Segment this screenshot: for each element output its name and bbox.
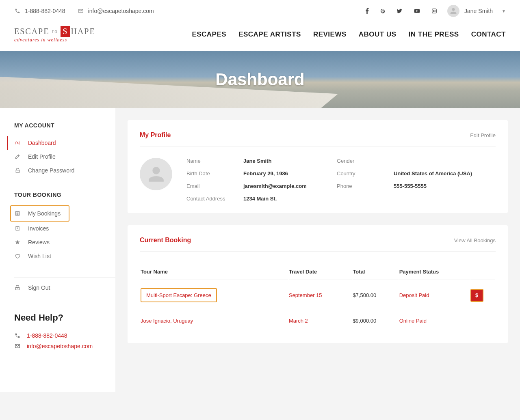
field-label-name: Name [186, 158, 239, 164]
envelope-icon [78, 8, 84, 14]
sidebar-label: Invoices [28, 225, 49, 232]
sidebar-item-invoices[interactable]: Invoices [14, 222, 115, 235]
field-val-birth: February 29, 1986 [243, 170, 333, 177]
col-payment-status: Payment Status [399, 264, 470, 280]
logo-tagline: adventures in wellness [14, 37, 95, 43]
field-label-country: Country [337, 170, 390, 177]
signout-icon [14, 285, 21, 291]
logo-word-1: ESCAPE [14, 27, 49, 36]
nav-reviews[interactable]: REVIEWS [313, 30, 347, 39]
tour-booking-heading: TOUR BOOKING [14, 192, 115, 198]
invoice-icon [14, 226, 21, 231]
help-email[interactable]: info@escapetoshape.com [14, 341, 115, 351]
sidebar-item-dashboard[interactable]: Dashboard [7, 136, 115, 150]
facebook-icon[interactable] [365, 8, 369, 14]
youtube-icon[interactable] [414, 8, 420, 14]
help-phone[interactable]: 1-888-882-0448 [14, 330, 115, 341]
sidebar-item-edit-profile[interactable]: Edit Profile [14, 150, 115, 164]
phone-icon [14, 8, 21, 14]
user-name: Jane Smith [464, 8, 493, 14]
help-block: Need Help? 1-888-882-0448 info@escapetos… [14, 312, 115, 351]
tour-link[interactable]: Jose Ignacio, Uruguay [141, 318, 193, 324]
field-val-email: janesmith@example.com [243, 183, 333, 189]
sidebar-item-sign-out[interactable]: Sign Out [14, 281, 115, 295]
instagram-icon[interactable] [431, 8, 437, 14]
field-val-country: United States of America (USA) [394, 170, 496, 177]
nav-escapes[interactable]: ESCAPES [192, 30, 226, 39]
page-banner: Dashboard [0, 51, 520, 108]
booking-row: Multi-Sport Escape: Greece September 15 … [141, 281, 495, 310]
booking-row: Jose Ignacio, Uruguay March 2 $9,000.00 … [141, 310, 495, 331]
total: $7,500.00 [353, 281, 398, 310]
heart-icon [14, 253, 21, 259]
topbar-phone-text: 1-888-882-0448 [25, 8, 65, 14]
nav-escape-artists[interactable]: ESCAPE ARTISTS [238, 30, 301, 39]
travel-date: March 2 [289, 310, 352, 331]
pay-button[interactable]: $ [470, 289, 483, 302]
help-email-text: info@escapetoshape.com [27, 343, 93, 349]
caret-down-icon: ▼ [502, 9, 506, 13]
sidebar-item-wish-list[interactable]: Wish List [14, 249, 115, 263]
sidebar-label: Reviews [28, 239, 50, 246]
field-label-gender: Gender [337, 158, 390, 164]
pinterest-icon[interactable] [380, 8, 385, 14]
my-account-heading: MY ACCOUNT [14, 122, 115, 129]
payment-status: Deposit Paid [399, 281, 470, 310]
logo-word-3: HAPE [71, 27, 95, 36]
twitter-icon[interactable] [396, 8, 403, 14]
payment-status: Online Paid [399, 310, 470, 331]
travel-date: September 15 [289, 281, 352, 310]
field-val-addr: 1234 Main St. [243, 196, 333, 202]
sidebar-label: Change Password [28, 167, 74, 174]
star-icon [14, 239, 21, 245]
nav-in-the-press[interactable]: IN THE PRESS [409, 30, 459, 39]
main-navbar: ESCAPE to SHAPE adventures in wellness E… [0, 22, 520, 51]
sidebar-item-my-bookings[interactable]: My Bookings [10, 205, 69, 222]
dashboard-icon [14, 140, 21, 146]
field-label-addr: Contact Address [186, 196, 239, 202]
profile-card: My Profile Edit Profile Name Jane Smith … [128, 120, 508, 213]
lock-icon [14, 168, 21, 173]
tour-link[interactable]: Multi-Sport Escape: Greece [141, 288, 217, 302]
help-heading: Need Help? [14, 312, 115, 323]
topbar-phone[interactable]: 1-888-882-0448 [14, 8, 65, 14]
phone-icon [14, 333, 21, 338]
edit-profile-link[interactable]: Edit Profile [470, 132, 496, 138]
booking-card-title: Current Booking [140, 237, 191, 244]
profile-card-title: My Profile [140, 131, 171, 139]
sidebar-label: My Bookings [28, 210, 61, 217]
social-icons [365, 8, 437, 14]
topbar-email[interactable]: info@escapetoshape.com [78, 8, 154, 14]
content: My Profile Edit Profile Name Jane Smith … [115, 108, 520, 392]
avatar-large [140, 158, 172, 190]
topbar: 1-888-882-0448 info@escapetoshape.com Ja… [0, 0, 520, 22]
col-tour-name: Tour Name [141, 264, 288, 280]
sidebar-label: Edit Profile [28, 153, 56, 160]
logo-red-letter: S [61, 26, 70, 37]
logo-word-2: to [52, 28, 58, 35]
view-all-bookings-link[interactable]: View All Bookings [454, 237, 496, 243]
edit-icon [14, 154, 21, 159]
booking-card: Current Booking View All Bookings Tour N… [128, 225, 508, 343]
field-val-phone: 555-555-5555 [394, 183, 496, 189]
field-label-phone: Phone [337, 183, 390, 189]
field-val-name: Jane Smith [243, 158, 333, 164]
field-label-email: Email [186, 183, 239, 189]
col-total: Total [353, 264, 398, 280]
logo[interactable]: ESCAPE to SHAPE adventures in wellness [14, 26, 95, 43]
main-nav: ESCAPES ESCAPE ARTISTS REVIEWS ABOUT US … [192, 30, 506, 39]
sidebar-label: Dashboard [28, 140, 56, 146]
field-label-birth: Birth Date [186, 170, 239, 177]
user-menu[interactable]: Jane Smith ▼ [447, 5, 506, 17]
nav-contact[interactable]: CONTACT [471, 30, 506, 39]
topbar-email-text: info@escapetoshape.com [88, 8, 154, 14]
nav-about-us[interactable]: ABOUT US [359, 30, 396, 39]
sidebar: MY ACCOUNT Dashboard Edit Profile Change… [0, 108, 115, 392]
list-icon [14, 211, 21, 216]
sidebar-label: Sign Out [28, 284, 50, 291]
sidebar-item-change-password[interactable]: Change Password [14, 164, 115, 177]
page-title: Dashboard [215, 70, 304, 89]
avatar-icon [447, 5, 459, 17]
help-phone-text: 1-888-882-0448 [27, 332, 67, 339]
sidebar-item-reviews[interactable]: Reviews [14, 235, 115, 249]
